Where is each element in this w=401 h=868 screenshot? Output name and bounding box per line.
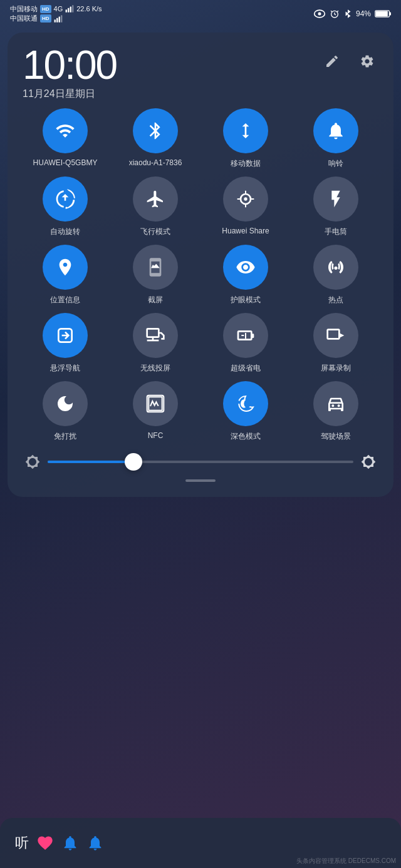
- screenshot-circle: [133, 245, 178, 290]
- dark-mode-circle: [223, 381, 268, 426]
- toggle-bluetooth[interactable]: xiaodu-A1-7836: [113, 108, 198, 169]
- driving-circle: [313, 381, 358, 426]
- bluetooth-status-icon: [343, 9, 352, 19]
- handle-bar: [185, 479, 216, 482]
- settings-button[interactable]: [356, 50, 378, 73]
- toggle-dark-mode[interactable]: 深色模式: [203, 381, 288, 442]
- toggle-hotspot[interactable]: 热点: [293, 245, 378, 305]
- hd2-badge: HD: [40, 14, 51, 23]
- brightness-slider[interactable]: [48, 461, 353, 463]
- svg-rect-19: [251, 334, 254, 338]
- dnd-label: 免打扰: [54, 431, 76, 442]
- mobile-data-label: 移动数据: [231, 158, 261, 169]
- toggle-ring[interactable]: 响铃: [293, 108, 378, 169]
- svg-rect-3: [72, 5, 73, 13]
- location-circle: [43, 245, 88, 290]
- auto-rotate-circle: [43, 176, 88, 222]
- toggle-wifi[interactable]: HUAWEI-Q5GBMY: [23, 108, 108, 169]
- toggle-grid: HUAWEI-Q5GBMY xiaodu-A1-7836 移动数据 响铃: [23, 108, 378, 442]
- heart-icon: [36, 834, 54, 852]
- super-save-icon: [236, 325, 256, 345]
- svg-point-22: [244, 399, 251, 407]
- toggle-location[interactable]: 位置信息: [23, 245, 108, 305]
- floating-nav-label: 悬浮导航: [50, 363, 80, 374]
- toggle-nfc[interactable]: NFC: [113, 381, 198, 442]
- date-display: 11月24日星期日: [23, 88, 117, 101]
- network-label: 4G: [54, 4, 63, 14]
- toggle-wireless-project[interactable]: 无线投屏: [113, 313, 198, 374]
- wireless-project-circle: [133, 313, 178, 358]
- toggle-screenshot[interactable]: 截屏: [113, 245, 198, 305]
- location-label: 位置信息: [50, 295, 80, 305]
- panel-header: 10:00 11月24日星期日: [23, 45, 378, 101]
- flashlight-circle: [313, 176, 358, 222]
- flashlight-icon: [326, 189, 346, 209]
- svg-point-15: [244, 197, 247, 200]
- auto-rotate-icon: [55, 189, 75, 209]
- nfc-circle: [133, 381, 178, 426]
- clock-display: 10:00: [23, 45, 117, 85]
- nfc-icon: [145, 394, 165, 414]
- screen-record-circle: [313, 313, 358, 358]
- alarm-status-icon: [330, 9, 340, 19]
- dnd-icon: [55, 394, 75, 414]
- dark-mode-label: 深色模式: [231, 431, 261, 442]
- bluetooth-label: xiaodu-A1-7836: [129, 158, 182, 167]
- toggle-auto-rotate[interactable]: 自动旋转: [23, 176, 108, 237]
- super-save-label: 超级省电: [231, 363, 261, 374]
- signal2-icon: [54, 14, 63, 23]
- toggle-airplane[interactable]: 飞行模式: [113, 176, 198, 237]
- wireless-project-icon: [145, 325, 165, 345]
- svg-point-9: [318, 13, 321, 16]
- ring-label: 响铃: [328, 158, 343, 169]
- brightness-row: [23, 454, 378, 469]
- screenshot-icon: [145, 257, 165, 277]
- toggle-screen-record[interactable]: 屏幕录制: [293, 313, 378, 374]
- huawei-share-circle: [223, 176, 268, 222]
- toggle-dnd[interactable]: 免打扰: [23, 381, 108, 442]
- svg-rect-5: [56, 18, 58, 23]
- screenshot-label: 截屏: [148, 295, 163, 305]
- edit-button[interactable]: [321, 50, 343, 73]
- carrier-info: 中国移动 HD 4G 22.6 K/s 中国联通 HD: [10, 4, 102, 24]
- brightness-high-icon: [361, 454, 376, 469]
- mobile-data-icon: [236, 121, 256, 141]
- toggle-driving[interactable]: 驾驶场景: [293, 381, 378, 442]
- panel-action-icons: [321, 45, 378, 73]
- svg-rect-12: [376, 11, 388, 17]
- hotspot-icon: [326, 257, 346, 277]
- time-block: 10:00 11月24日星期日: [23, 45, 117, 101]
- auto-rotate-label: 自动旋转: [50, 227, 80, 237]
- dnd-circle: [43, 381, 88, 426]
- toggle-eye-protection[interactable]: 护眼模式: [203, 245, 288, 305]
- ring-icon: [326, 121, 346, 141]
- svg-rect-17: [147, 329, 159, 337]
- svg-rect-1: [68, 8, 69, 13]
- airplane-icon: [145, 189, 165, 209]
- super-save-circle: [223, 313, 268, 358]
- bluetooth-icon: [145, 121, 165, 141]
- toggle-huawei-share[interactable]: Huawei Share: [203, 176, 288, 237]
- signal1-icon: [65, 4, 74, 13]
- bottom-bar-text: 听: [15, 834, 29, 852]
- brightness-thumb[interactable]: [125, 453, 142, 471]
- driving-icon: [326, 394, 346, 414]
- svg-rect-2: [70, 7, 71, 13]
- airplane-label: 飞行模式: [140, 227, 170, 237]
- edit-icon: [325, 54, 340, 69]
- floating-nav-circle: [43, 313, 88, 358]
- speed-label: 22.6 K/s: [76, 4, 102, 14]
- toggle-super-save[interactable]: 超级省电: [203, 313, 288, 374]
- eye-status-icon: [313, 9, 326, 18]
- hotspot-label: 热点: [328, 295, 343, 305]
- svg-rect-20: [328, 330, 340, 339]
- toggle-floating-nav[interactable]: 悬浮导航: [23, 313, 108, 374]
- status-bar: 中国移动 HD 4G 22.6 K/s 中国联通 HD 94%: [0, 0, 401, 28]
- toggle-mobile-data[interactable]: 移动数据: [203, 108, 288, 169]
- driving-label: 驾驶场景: [321, 431, 351, 442]
- svg-rect-18: [238, 331, 251, 339]
- svg-rect-0: [66, 9, 67, 13]
- toggle-flashlight[interactable]: 手电筒: [293, 176, 378, 237]
- ring-circle: [313, 108, 358, 153]
- status-right: 94%: [313, 9, 391, 19]
